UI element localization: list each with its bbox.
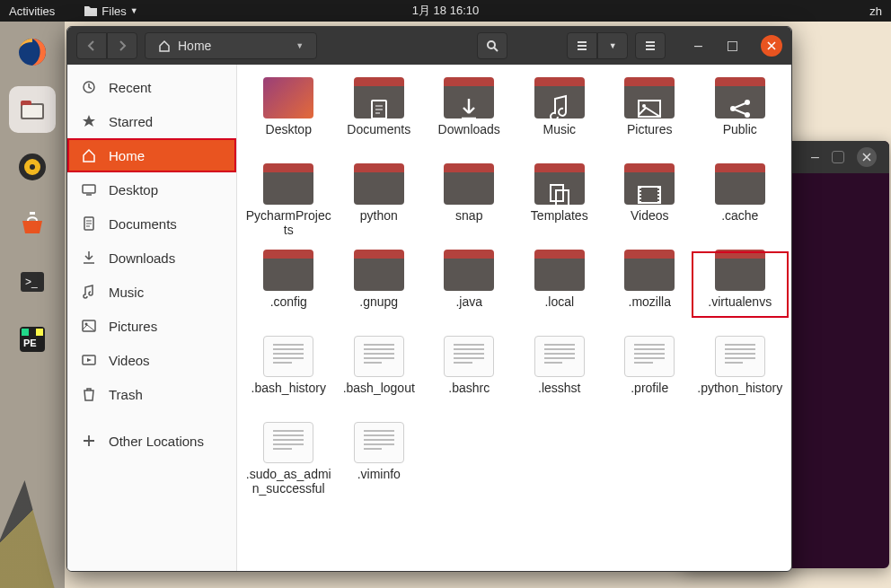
grid-item-label: .local xyxy=(544,294,574,309)
grid-item[interactable]: PycharmProjects xyxy=(244,162,333,246)
maximize-icon[interactable] xyxy=(832,151,844,163)
sidebar-item-label: Downloads xyxy=(109,250,175,266)
grid-item[interactable]: .mozilla xyxy=(605,248,694,332)
folder-icon xyxy=(444,163,494,205)
svg-point-6 xyxy=(30,164,35,170)
sidebar-item-other-locations[interactable]: Other Locations xyxy=(67,424,236,458)
hamburger-menu[interactable] xyxy=(635,32,666,59)
app-menu-label: Files xyxy=(101,4,126,18)
videos-icon xyxy=(82,353,96,367)
sidebar-item-home[interactable]: Home xyxy=(67,138,236,172)
grid-item[interactable]: Music xyxy=(516,75,604,160)
download-icon xyxy=(82,250,96,265)
grid-item-label: .bashrc xyxy=(448,381,490,395)
folder-icon xyxy=(263,77,313,118)
ubuntu-dock: >_ PE xyxy=(0,22,65,588)
grid-item-label: .gnupg xyxy=(359,294,398,309)
path-label: Home xyxy=(178,39,211,53)
nav-buttons xyxy=(76,32,137,59)
view-buttons: ▼ xyxy=(567,32,628,59)
dock-firefox[interactable] xyxy=(9,29,56,75)
grid-item[interactable]: Videos xyxy=(605,162,694,246)
grid-item[interactable]: snap xyxy=(425,162,514,246)
dock-rhythmbox[interactable] xyxy=(9,144,56,190)
minimize-icon[interactable]: – xyxy=(811,149,819,165)
svg-point-12 xyxy=(488,41,495,48)
file-icon xyxy=(534,336,585,377)
list-view-button[interactable] xyxy=(567,32,597,59)
grid-item[interactable]: .java xyxy=(425,248,514,332)
dock-files[interactable] xyxy=(9,86,56,133)
folder-icon xyxy=(354,250,404,291)
folder-icon xyxy=(624,163,675,205)
grid-item[interactable]: .bash_history xyxy=(244,334,333,418)
grid-item[interactable]: Documents xyxy=(335,75,424,160)
grid-item[interactable]: Downloads xyxy=(425,75,514,160)
grid-item[interactable]: Templates xyxy=(516,162,604,246)
sidebar-item-label: Music xyxy=(109,285,144,300)
activities-button[interactable]: Activities xyxy=(9,4,55,18)
sidebar-item-music[interactable]: Music xyxy=(67,275,236,309)
dock-terminal[interactable]: >_ xyxy=(9,259,56,305)
dock-pycharm[interactable]: PE xyxy=(9,316,56,363)
sidebar-item-trash[interactable]: Trash xyxy=(67,377,236,411)
grid-item-label: .cache xyxy=(721,208,758,223)
grid-item[interactable]: .cache xyxy=(696,162,785,246)
user-menu[interactable]: zh xyxy=(869,4,882,18)
sidebar-item-documents[interactable]: Documents xyxy=(67,206,236,241)
folder-icon xyxy=(354,163,404,205)
grid-item[interactable]: .local xyxy=(516,248,604,332)
sidebar-item-recent[interactable]: Recent xyxy=(67,70,236,104)
folder-icon xyxy=(84,4,98,17)
grid-item[interactable]: .lesshst xyxy=(516,334,604,418)
close-icon[interactable] xyxy=(857,147,877,167)
grid-item[interactable]: .bash_logout xyxy=(335,334,424,418)
forward-button[interactable] xyxy=(107,32,137,59)
grid-item[interactable]: .config xyxy=(244,248,333,332)
grid-item[interactable]: .gnupg xyxy=(335,248,424,332)
grid-item-label: .bash_logout xyxy=(343,381,415,395)
folder-icon xyxy=(444,77,494,118)
folder-icon xyxy=(263,250,313,291)
sidebar-item-videos[interactable]: Videos xyxy=(67,343,236,377)
sidebar-item-pictures[interactable]: Pictures xyxy=(67,309,236,343)
search-button[interactable] xyxy=(477,32,507,59)
grid-item[interactable]: python xyxy=(335,162,424,246)
grid-item[interactable]: .virtualenvs xyxy=(696,248,785,332)
clock[interactable]: 1月 18 16:10 xyxy=(412,3,479,19)
content-grid[interactable]: DesktopDocumentsDownloadsMusicPicturesPu… xyxy=(237,65,791,571)
svg-rect-3 xyxy=(22,105,42,118)
sidebar-item-starred[interactable]: Starred xyxy=(67,104,236,138)
view-dropdown-button[interactable]: ▼ xyxy=(597,32,628,59)
app-menu[interactable]: Files ▼ xyxy=(84,4,137,18)
file-icon xyxy=(263,336,313,377)
dock-software[interactable] xyxy=(9,201,56,248)
svg-text:PE: PE xyxy=(23,338,37,348)
chevron-down-icon: ▼ xyxy=(609,41,617,50)
folder-icon xyxy=(534,250,585,291)
grid-item-label: PycharmProjects xyxy=(245,208,331,237)
grid-item[interactable]: .bashrc xyxy=(425,334,514,418)
svg-rect-14 xyxy=(83,185,95,193)
close-button[interactable] xyxy=(761,35,782,57)
grid-item[interactable]: .sudo_as_admin_successful xyxy=(244,420,333,505)
grid-item[interactable]: Pictures xyxy=(605,75,694,160)
chevron-down-icon: ▼ xyxy=(130,6,138,15)
sidebar-item-label: Other Locations xyxy=(109,434,204,449)
grid-item[interactable]: .viminfo xyxy=(335,420,424,505)
grid-item[interactable]: .profile xyxy=(605,334,694,418)
path-bar[interactable]: Home ▼ xyxy=(145,32,317,59)
sidebar-item-label: Starred xyxy=(109,114,153,129)
minimize-button[interactable]: – xyxy=(685,38,711,54)
grid-item-label: Desktop xyxy=(266,122,312,136)
sidebar-item-downloads[interactable]: Downloads xyxy=(67,241,236,275)
trash-icon xyxy=(82,387,96,401)
grid-item[interactable]: Desktop xyxy=(244,75,333,160)
grid-item[interactable]: Public xyxy=(696,75,785,160)
file-icon xyxy=(354,422,404,463)
grid-item[interactable]: .python_history xyxy=(696,334,785,418)
maximize-button[interactable] xyxy=(728,41,737,51)
sidebar-item-desktop[interactable]: Desktop xyxy=(67,172,236,206)
star-icon xyxy=(82,114,96,128)
back-button[interactable] xyxy=(76,32,107,59)
